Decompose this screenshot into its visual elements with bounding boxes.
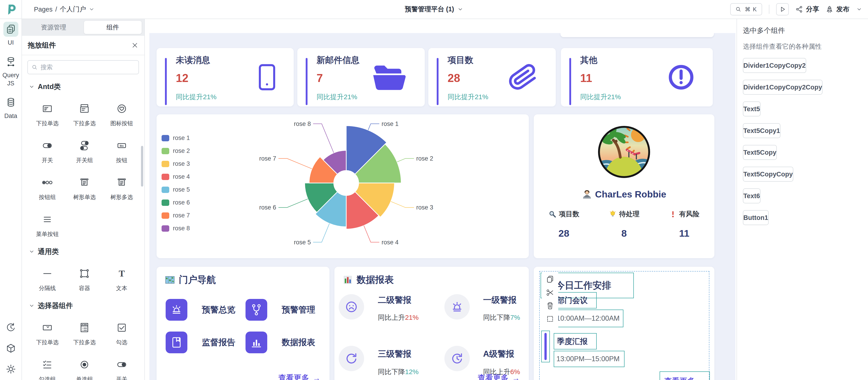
breadcrumb-root[interactable]: Pages [34,6,53,13]
stat-card[interactable]: 新邮件信息7同比提升21% [297,48,425,107]
component-item-label: 下拉单选 [36,120,59,127]
search-button[interactable]: ⌘ K [730,3,762,16]
legend-item[interactable]: rose 6 [161,196,190,209]
component-item[interactable]: 下拉单选 [29,101,66,127]
report-more-link[interactable]: 查看更多 → [478,373,520,380]
panel-tab-resources[interactable]: 资源管理 [25,21,83,34]
stat-card[interactable]: 未读消息12同比提升21% [157,48,294,107]
delete-icon[interactable] [546,302,554,310]
siren2-icon[interactable] [444,294,470,320]
rail-item-query[interactable]: Query JS [1,54,21,87]
preview-button[interactable] [776,3,789,16]
schedule-event-time[interactable]: 10:00AM—12:00AM [554,310,623,327]
component-item[interactable]: 单选组 [66,357,103,380]
component-search[interactable] [27,60,139,74]
component-button-text5copy[interactable]: Text5Copy [743,145,777,160]
portal-nav-item[interactable]: 监督报告 [166,331,235,353]
component-item[interactable]: 容器 [66,266,103,292]
component-button-divider1copycopy2[interactable]: Divider1CopyCopy2 [743,58,806,73]
artboard[interactable]: 未读消息12同比提升21%新邮件信息7同比提升21%项目数28同比提升21%其他… [149,33,735,380]
stat-card[interactable]: 其他11同比提升21% [561,48,713,107]
data-report-card[interactable]: 数据报表 二级警报同比上升21%一级警报同比下降7%三级警报同比下降12%A级警… [335,267,529,380]
refresh-icon[interactable] [339,346,364,371]
chevron-down-icon[interactable] [457,6,463,12]
share-button[interactable]: 分享 [796,5,819,14]
portal-nav-item[interactable]: 预警管理 [246,299,315,321]
legend-item[interactable]: rose 1 [161,131,190,145]
rose-chart[interactable]: rose 1rose 2rose 3rose 4rose 5rose 6rose… [243,116,527,256]
panel-scrollbar[interactable] [141,146,143,186]
copy-icon[interactable] [546,275,554,284]
history-icon[interactable] [6,322,16,332]
component-item[interactable]: 图标按钮 [103,101,140,127]
component-button-text6[interactable]: Text6 [743,188,761,203]
legend-item[interactable]: rose 2 [161,145,190,157]
chevron-down-icon[interactable] [89,6,95,12]
component-item[interactable]: 下拉多选 [66,101,103,127]
component-item[interactable]: Btn按钮 [103,138,140,164]
portal-nav-more-link[interactable]: 查看更多 → [278,373,320,380]
profile-stat-label-row: 有风险 [669,209,700,219]
legend-item[interactable]: rose 5 [161,183,190,196]
slice-label: rose 3 [416,204,433,211]
component-item[interactable]: 树形多选 [103,175,140,201]
breadcrumb-current[interactable]: 个人门户 [60,5,86,14]
section-header[interactable]: 通用类 [29,247,140,256]
app-title[interactable]: 预警管理平台 (1) [405,0,463,19]
publish-button[interactable]: 发布 [826,5,849,14]
component-item[interactable]: 勾选 [103,320,140,346]
divider-widget[interactable] [541,331,550,362]
component-item[interactable]: 按钮组 [29,175,66,201]
section-header[interactable]: Antd类 [29,82,140,91]
component-button-text5copy1[interactable]: Text5Copy1 [743,123,780,138]
schedule-event-name[interactable]: 部门会议 [554,292,597,309]
panel-tab-components[interactable]: 组件 [84,21,142,34]
select-region-icon[interactable] [546,315,554,323]
legend-item[interactable]: rose 7 [161,209,190,222]
portal-nav-card[interactable]: 门户导航 预警总览预警管理监督报告数据报表 查看更多 → [157,267,330,380]
profile-card[interactable]: CharLes Robbie 项目数28待处理8有风险11 [534,114,714,258]
component-item[interactable]: 分隔线 [29,266,66,292]
close-icon[interactable] [131,42,138,49]
scrolled-card-bottom-edge[interactable] [560,33,714,37]
component-item[interactable]: 下拉多选 [66,320,103,346]
component-item[interactable]: 树形单选 [66,175,103,201]
component-search-input[interactable] [40,64,135,71]
component-button-button1[interactable]: Button1 [743,210,769,225]
component-item[interactable]: T文本 [103,266,140,292]
portal-nav-item[interactable]: 数据报表 [246,331,315,353]
cube-icon[interactable] [6,343,16,353]
rose-chart-card[interactable]: rose 1rose 2rose 3rose 4rose 5rose 6rose… [157,114,529,258]
component-item[interactable]: 菜单按钮 [29,212,66,238]
cut-icon[interactable] [546,289,554,297]
stat-card[interactable]: 项目数28同比提升21% [428,48,556,107]
section-header[interactable]: 选择器组件 [29,301,140,311]
frown-icon[interactable] [339,294,364,320]
component-button-text5[interactable]: Text5 [743,101,761,116]
breadcrumb[interactable]: Pages / 个人门户 [34,0,95,19]
schedule-more-link[interactable]: 查看更多 → [660,371,710,380]
component-item[interactable]: 开关组 [66,138,103,164]
report-item-title: 二级警报 [378,294,411,306]
gear-icon[interactable] [6,364,16,374]
component-button-divider1copycopy2copy[interactable]: Divider1CopyCopy2Copy [743,80,823,95]
schedule-event-time[interactable]: 13:00PM—15:00PM [554,351,624,367]
legend-item[interactable]: rose 3 [161,157,190,170]
clock-refresh-icon[interactable] [444,346,470,371]
legend-item[interactable]: rose 4 [161,170,190,183]
component-item[interactable]: 开关 [29,138,66,164]
rail-item-data[interactable]: Data [1,95,21,120]
app-logo[interactable] [0,0,22,19]
component-item[interactable]: 下拉单选 [29,320,66,346]
schedule-event-name[interactable]: 季度汇报 [554,333,597,349]
component-item[interactable]: 勾选组 [29,357,66,380]
rail-item-ui[interactable]: UI [1,22,21,47]
portal-nav-item[interactable]: 预警总览 [166,299,235,321]
editor-canvas[interactable]: 未读消息12同比提升21%新邮件信息7同比提升21%项目数28同比提升21%其他… [145,19,737,380]
schedule-card[interactable]: 今日工作安排 部门会议 10:00AM—12:00AM 季度汇报 13:00PM… [534,267,714,380]
property-inspector: 选中多个组件 选择组件查看它的各种属性 Divider1CopyCopy2Div… [737,19,868,380]
component-item[interactable]: 开关 [103,357,140,380]
publish-menu-chevron-icon[interactable] [856,6,862,12]
component-button-text5copycopy[interactable]: Text5CopyCopy [743,167,793,182]
legend-item[interactable]: rose 8 [161,222,190,235]
